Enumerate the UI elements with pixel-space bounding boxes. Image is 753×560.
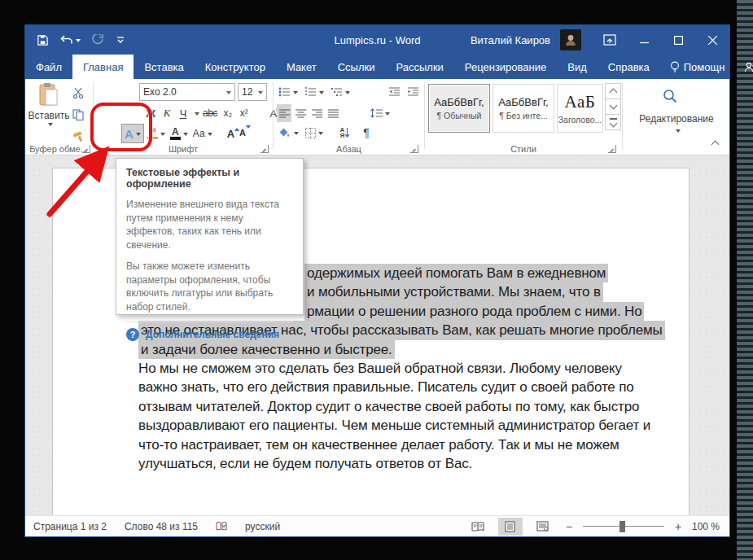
tell-me-button[interactable]: Помощн <box>660 61 735 73</box>
document-line[interactable]: что-то настраивает, тем он качественнее … <box>138 435 619 454</box>
avatar[interactable] <box>560 29 581 50</box>
zoom-slider[interactable] <box>583 518 664 535</box>
multilevel-dropdown-arrow[interactable] <box>345 91 350 97</box>
collapse-ribbon-button[interactable] <box>712 138 718 150</box>
font-color-dropdown-arrow[interactable] <box>183 133 188 138</box>
find-button[interactable] <box>653 83 687 109</box>
borders-button[interactable] <box>304 124 325 142</box>
copy-button[interactable] <box>71 106 85 124</box>
numbering-button[interactable] <box>303 83 326 101</box>
zoom-out-button[interactable]: − <box>563 520 575 533</box>
document-line[interactable]: отзывам читателей. Доктор судит о качест… <box>138 397 639 416</box>
document-line[interactable]: выздоравливают его пациенты. Чем меньше … <box>138 416 650 435</box>
document-line[interactable]: и мобильными устройствами. Мы знаем, что… <box>304 282 603 301</box>
align-right-button[interactable] <box>309 104 324 122</box>
sort-button[interactable]: А Я <box>338 124 352 142</box>
cut-button[interactable] <box>71 84 85 102</box>
change-case-button[interactable]: Аа <box>191 125 214 142</box>
styles-dialog-launcher-icon[interactable] <box>608 145 616 153</box>
strikethrough-button[interactable]: abc <box>201 104 219 122</box>
subscript-button[interactable]: x₂ <box>221 104 235 122</box>
maximize-button[interactable] <box>661 25 695 55</box>
bullets-dropdown-arrow[interactable] <box>293 91 298 97</box>
document-line[interactable]: рмации о решении разного рода проблем с … <box>304 302 644 321</box>
close-button[interactable] <box>695 25 729 55</box>
account-user-name[interactable]: Виталий Каиров <box>471 34 550 46</box>
read-mode-button[interactable] <box>466 518 490 536</box>
zoom-in-button[interactable]: + <box>672 520 684 533</box>
web-layout-button[interactable] <box>531 518 555 536</box>
undo-dropdown-arrow[interactable] <box>76 39 81 45</box>
styles-scroll-down-button[interactable] <box>605 98 621 115</box>
text-effects-button[interactable]: А <box>121 124 144 143</box>
styles-scroll-up-button[interactable] <box>605 83 621 99</box>
tab-home[interactable]: Главная <box>72 55 134 79</box>
numbering-dropdown-arrow[interactable] <box>319 91 324 97</box>
shrink-font-button[interactable]: А <box>239 128 246 140</box>
shading-button[interactable] <box>277 124 300 142</box>
paste-dropdown-arrow[interactable] <box>48 123 53 129</box>
align-center-button[interactable] <box>293 104 308 122</box>
superscript-button[interactable]: x² <box>237 104 252 122</box>
save-button[interactable] <box>37 34 49 46</box>
font-name-combo[interactable]: Exo 2.0 <box>139 83 235 101</box>
tab-design[interactable]: Конструктор <box>195 55 276 79</box>
tell-me-more-link[interactable]: ? Дополнительные сведения <box>126 328 293 341</box>
style-card-no-spacing[interactable]: АаБбВвГг, ¶ Без инте... <box>493 84 554 133</box>
increase-indent-button[interactable] <box>405 83 421 101</box>
paste-button[interactable]: Вставить <box>30 82 68 142</box>
paragraph-dialog-launcher-icon[interactable] <box>410 145 418 153</box>
font-name-dropdown-arrow[interactable] <box>226 91 231 97</box>
minimize-button[interactable] <box>627 25 661 55</box>
zoom-slider-thumb[interactable] <box>619 521 625 532</box>
justify-button[interactable] <box>326 104 340 122</box>
multilevel-list-button[interactable] <box>329 83 352 101</box>
share-button[interactable]: Поделиться <box>734 61 753 73</box>
language-status[interactable]: русский <box>245 521 280 532</box>
bold-button[interactable]: Ж <box>143 104 158 122</box>
decrease-indent-button[interactable] <box>387 83 402 101</box>
undo-button[interactable] <box>60 35 81 46</box>
document-line[interactable]: и задачи более качественно и быстрее. <box>138 340 395 359</box>
tab-insert[interactable]: Вставка <box>134 55 194 79</box>
styles-gallery-more-button[interactable] <box>605 114 621 130</box>
font-size-dropdown-arrow[interactable] <box>258 91 263 97</box>
document-line[interactable]: улучшаться, если не будем получать ответ… <box>138 454 472 473</box>
clipboard-dialog-launcher-icon[interactable] <box>82 145 90 153</box>
change-case-dropdown-arrow[interactable] <box>208 133 212 138</box>
tab-help[interactable]: Справка <box>598 55 660 79</box>
tab-view[interactable]: Вид <box>557 55 598 79</box>
proofing-status-button[interactable] <box>216 521 227 532</box>
format-painter-button[interactable] <box>71 128 85 146</box>
grow-font-button[interactable]: А <box>227 128 234 140</box>
shading-dropdown-arrow[interactable] <box>294 132 299 138</box>
font-color-button[interactable]: А <box>169 125 190 142</box>
bullets-button[interactable] <box>277 83 300 101</box>
style-card-heading1[interactable]: АаБ Заголово... <box>557 84 603 133</box>
text-effects-dropdown-arrow[interactable] <box>136 133 141 138</box>
tab-mailings[interactable]: Рассылки <box>385 55 453 79</box>
customize-qat-button[interactable] <box>116 36 125 44</box>
print-layout-button[interactable] <box>498 518 523 536</box>
editing-dropdown-arrow[interactable] <box>676 129 681 135</box>
tab-review[interactable]: Рецензирование <box>454 55 557 79</box>
document-line[interactable]: Но мы не сможем это сделать без Вашей об… <box>138 359 622 378</box>
line-spacing-button[interactable] <box>369 104 392 122</box>
document-line[interactable]: одержимых идеей помогать Вам в ежедневно… <box>304 264 608 282</box>
underline-button[interactable]: Ч <box>176 104 190 122</box>
highlight-dropdown-arrow[interactable] <box>160 133 165 138</box>
zoom-level[interactable]: 100 % <box>692 521 720 532</box>
word-count-status[interactable]: Слово 48 из 115 <box>125 521 198 532</box>
redo-button[interactable] <box>92 34 104 46</box>
style-card-normal[interactable]: АаБбВвГг, ¶ Обычный <box>428 84 490 133</box>
show-formatting-marks-button[interactable]: ¶ <box>359 124 374 142</box>
ribbon-display-options-button[interactable] <box>593 25 627 55</box>
tab-references[interactable]: Ссылки <box>327 55 386 79</box>
font-size-combo[interactable]: 12 <box>238 83 267 101</box>
borders-dropdown-arrow[interactable] <box>318 132 323 138</box>
document-line[interactable]: важно знать, что его действия правильные… <box>138 378 634 396</box>
line-spacing-dropdown-arrow[interactable] <box>385 112 390 118</box>
highlight-color-button[interactable] <box>146 125 167 142</box>
tab-layout[interactable]: Макет <box>276 55 327 79</box>
italic-button[interactable]: К <box>160 104 174 122</box>
